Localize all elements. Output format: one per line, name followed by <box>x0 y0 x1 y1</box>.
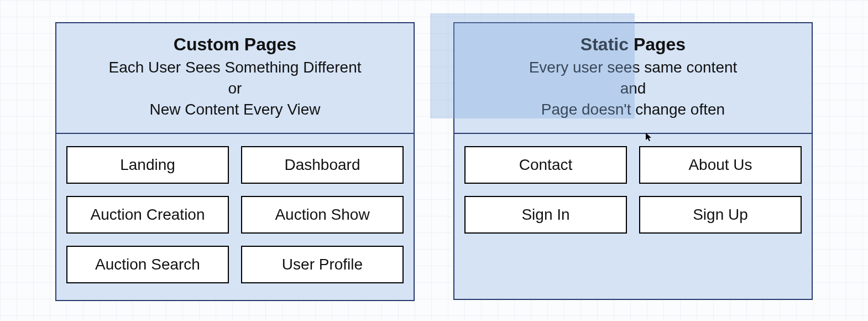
panel-custom-subtitle-line2: or <box>65 78 405 99</box>
panel-custom-header: Custom Pages Each User Sees Something Di… <box>56 23 414 134</box>
panel-custom-title: Custom Pages <box>65 34 405 55</box>
panel-static-title: Static Pages <box>463 34 803 55</box>
chip-contact: Contact <box>464 146 627 184</box>
panel-static-body: Contact About Us Sign In Sign Up <box>454 134 812 299</box>
panel-static-header: Static Pages Every user sees same conten… <box>454 23 812 134</box>
panel-custom-subtitle-line1: Each User Sees Something Different <box>65 57 405 78</box>
panel-custom-pages: Custom Pages Each User Sees Something Di… <box>55 22 415 301</box>
panel-static-subtitle-line1: Every user sees same content <box>463 57 803 78</box>
chip-auction-show: Auction Show <box>241 196 404 234</box>
chip-landing: Landing <box>66 146 229 184</box>
chip-auction-search: Auction Search <box>66 246 229 283</box>
chip-about-us: About Us <box>639 146 802 184</box>
panel-custom-body: Landing Dashboard Auction Creation Aucti… <box>56 134 414 300</box>
chip-sign-in: Sign In <box>464 196 627 234</box>
panel-static-pages: Static Pages Every user sees same conten… <box>453 22 813 300</box>
panel-custom-subtitle-line3: New Content Every View <box>65 99 405 120</box>
chip-user-profile: User Profile <box>241 246 404 283</box>
panel-custom-grid: Landing Dashboard Auction Creation Aucti… <box>66 146 404 283</box>
chip-sign-up: Sign Up <box>639 196 802 234</box>
chip-auction-creation: Auction Creation <box>66 196 229 234</box>
panel-static-grid: Contact About Us Sign In Sign Up <box>464 146 802 234</box>
panel-static-subtitle-line2: and <box>463 78 803 99</box>
chip-dashboard: Dashboard <box>241 146 404 184</box>
panel-static-subtitle-line3: Page doesn't change often <box>463 99 803 120</box>
